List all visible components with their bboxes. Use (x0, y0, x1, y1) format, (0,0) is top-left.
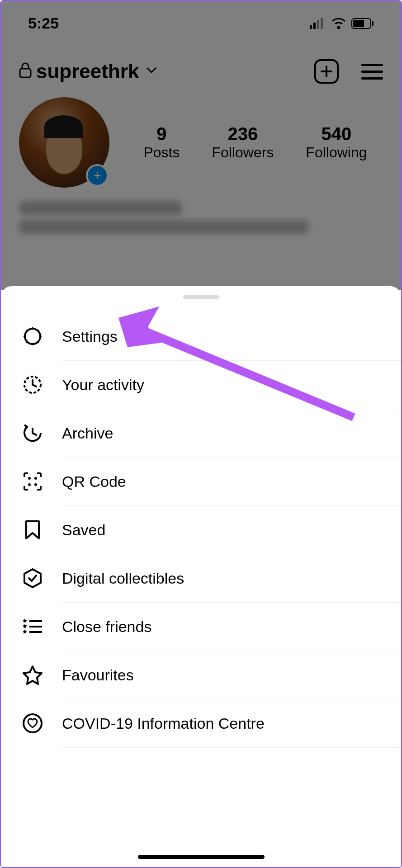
hexagon-check-icon (21, 567, 44, 590)
menu-item-favourites[interactable]: Favourites (1, 651, 401, 699)
modal-dimmer[interactable] (1, 1, 401, 290)
menu-label: Close friends (62, 618, 151, 636)
menu-label: Saved (62, 521, 105, 539)
gear-icon (21, 325, 44, 348)
menu-label: Your activity (62, 376, 144, 394)
archive-icon (21, 422, 44, 444)
svg-point-21 (28, 483, 31, 486)
svg-line-16 (38, 330, 39, 331)
svg-point-26 (24, 714, 42, 732)
qr-icon (21, 470, 44, 493)
menu-item-settings[interactable]: Settings (1, 312, 401, 360)
star-icon (21, 664, 44, 686)
menu-item-archive[interactable]: Archive (1, 409, 401, 457)
menu-label: COVID-19 Information Centre (62, 715, 265, 732)
menu-label: Favourites (62, 666, 134, 684)
heart-circle-icon (21, 712, 44, 735)
svg-point-22 (34, 483, 37, 486)
menu-item-activity[interactable]: Your activity (1, 361, 401, 409)
menu-item-qr-code[interactable]: QR Code (1, 458, 401, 505)
activity-icon (21, 373, 44, 396)
svg-line-17 (26, 341, 28, 343)
menu-label: Archive (62, 425, 113, 442)
menu-label: QR Code (62, 473, 126, 491)
home-indicator[interactable] (138, 855, 265, 859)
menu-list: Settings Your activity Archive QR Code (1, 312, 401, 748)
options-bottom-sheet: Settings Your activity Archive QR Code (1, 286, 401, 867)
svg-line-15 (38, 341, 39, 343)
close-friends-icon (21, 615, 44, 638)
bookmark-icon (21, 519, 44, 541)
menu-item-digital-collectibles[interactable]: Digital collectibles (1, 554, 401, 602)
menu-item-covid[interactable]: COVID-19 Information Centre (1, 699, 401, 747)
menu-item-close-friends[interactable]: Close friends (1, 603, 401, 651)
drag-handle[interactable] (183, 295, 219, 299)
menu-label: Digital collectibles (62, 570, 184, 587)
svg-point-20 (34, 477, 37, 480)
svg-point-19 (28, 477, 31, 480)
menu-item-saved[interactable]: Saved (1, 506, 401, 554)
menu-label: Settings (62, 328, 118, 345)
svg-line-14 (26, 330, 28, 331)
